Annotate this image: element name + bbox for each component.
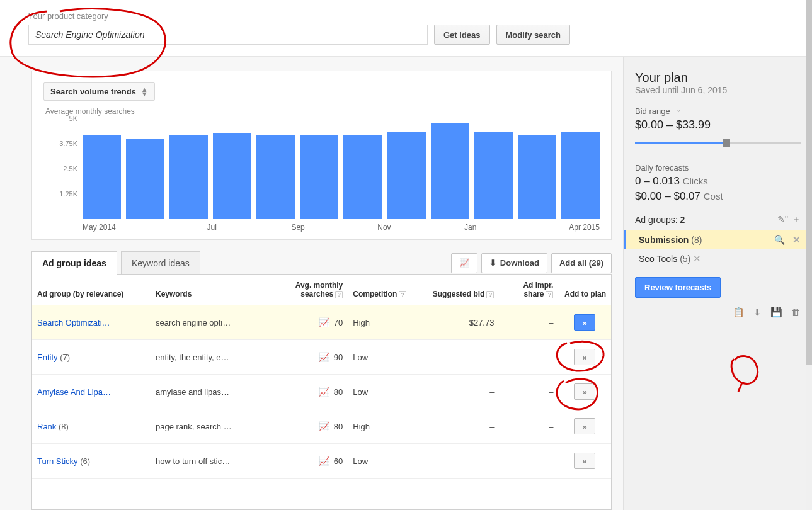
bid-range-label: Bid range? — [635, 106, 801, 116]
save-icon[interactable]: 💾 — [770, 307, 782, 318]
x-tick: Sep — [255, 223, 341, 232]
chart-bar[interactable] — [474, 132, 513, 219]
help-icon[interactable]: ? — [486, 291, 494, 298]
col-avg[interactable]: Avg. monthly searches? — [269, 275, 348, 305]
close-icon[interactable]: ✕ — [792, 234, 801, 246]
group-link[interactable]: Entity — [37, 353, 58, 362]
bid-cell: – — [420, 444, 499, 479]
keywords-cell: entity, the entity, e… — [151, 340, 269, 375]
col-group[interactable]: Ad group (by relevance) — [32, 275, 151, 305]
x-tick: Apr 2015 — [513, 223, 600, 232]
trash-icon[interactable]: 🗑 — [791, 307, 801, 318]
col-impr[interactable]: Ad impr. share? — [499, 275, 558, 305]
help-icon[interactable]: ? — [399, 291, 406, 298]
avg-cell: 📈 90 — [269, 340, 348, 375]
trend-selector[interactable]: Search volume trends ▲▼ — [43, 82, 155, 101]
chart-view-button[interactable]: 📈 — [451, 253, 477, 273]
impr-cell: – — [499, 375, 558, 409]
avg-cell: 📈 80 — [269, 409, 348, 444]
trend-icon[interactable]: 📈 — [319, 421, 329, 431]
review-forecasts-button[interactable]: Review forecasts — [635, 277, 721, 298]
trend-icon[interactable]: 📈 — [319, 387, 329, 397]
help-icon[interactable]: ? — [675, 108, 682, 115]
x-tick: Jan — [427, 223, 513, 232]
ad-groups-label: Ad groups: — [635, 215, 678, 225]
chart-bar[interactable] — [126, 139, 164, 219]
add-to-plan-button[interactable]: » — [574, 418, 595, 434]
table-row: Search Optimizati… search engine opti…📈 … — [32, 305, 611, 340]
close-icon[interactable]: ✕ — [693, 253, 701, 264]
x-tick: May 2014 — [83, 223, 169, 232]
chart-icon: 📈 — [459, 258, 469, 268]
sort-icon: ▲▼ — [141, 88, 148, 96]
add-to-plan-button[interactable]: » — [574, 314, 595, 331]
ad-group-item[interactable]: Submission (8)🔍✕ — [624, 230, 812, 249]
trend-selector-label: Search volume trends — [50, 87, 136, 96]
bid-range-value: $0.00 – $33.99 — [635, 118, 801, 132]
add-to-plan-button[interactable]: » — [574, 453, 595, 469]
comp-cell: Low — [348, 375, 420, 409]
keywords-cell: search engine opti… — [151, 305, 269, 340]
chart-bar[interactable] — [518, 135, 556, 219]
pencil-icon[interactable]: ✎" — [777, 214, 788, 225]
impr-cell: – — [499, 305, 558, 340]
add-to-plan-button[interactable]: » — [574, 349, 595, 365]
scroll-thumb[interactable] — [806, 0, 812, 365]
x-tick: Nov — [341, 223, 427, 232]
clipboard-icon[interactable]: 📋 — [733, 307, 745, 318]
chart-bar[interactable] — [300, 135, 338, 219]
trend-icon[interactable]: 📈 — [319, 456, 329, 466]
bar-chart: 5K3.75K2.5K1.25K — [43, 118, 600, 219]
table-row: Entity (7)entity, the entity, e…📈 90Low–… — [32, 340, 611, 375]
col-comp[interactable]: Competition? — [348, 275, 420, 305]
tab-ad-group-ideas[interactable]: Ad group ideas — [31, 251, 117, 275]
category-input[interactable] — [28, 25, 428, 45]
ideas-table: Ad group (by relevance) Keywords Avg. mo… — [32, 275, 611, 479]
plus-icon[interactable]: ＋ — [792, 214, 801, 225]
help-icon[interactable]: ? — [546, 291, 553, 298]
forecast-label: Daily forecasts — [635, 163, 801, 173]
add-to-plan-button[interactable]: » — [574, 383, 595, 400]
search-icon[interactable]: 🔍 — [774, 235, 785, 245]
trend-card: Search volume trends ▲▼ Average monthly … — [31, 71, 612, 240]
plan-title: Your plan — [635, 71, 801, 85]
chart-bar[interactable] — [169, 135, 208, 219]
get-ideas-button[interactable]: Get ideas — [434, 25, 490, 45]
chart-bar[interactable] — [213, 133, 251, 219]
add-all-button[interactable]: Add all (29) — [551, 253, 612, 273]
group-link[interactable]: Turn Sticky — [37, 456, 78, 466]
chart-bar[interactable] — [83, 135, 121, 219]
chart-bar[interactable] — [343, 135, 382, 219]
table-row: Amylase And Lipa… amylase and lipas…📈 80… — [32, 375, 611, 409]
modify-search-button[interactable]: Modify search — [496, 25, 570, 45]
col-keywords[interactable]: Keywords — [151, 275, 269, 305]
chart-bar[interactable] — [256, 135, 295, 219]
download-button[interactable]: ⬇Download — [481, 253, 547, 273]
col-add: Add to plan — [558, 275, 611, 305]
help-icon[interactable]: ? — [335, 291, 343, 298]
scrollbar[interactable] — [806, 0, 812, 510]
plan-saved: Saved until Jun 6, 2015 — [635, 85, 801, 95]
chart-bar[interactable] — [561, 132, 600, 219]
tab-keyword-ideas[interactable]: Keyword ideas — [121, 251, 200, 275]
keywords-cell: how to turn off stic… — [151, 444, 269, 479]
category-label: Your product category — [28, 11, 428, 21]
group-link[interactable]: Search Optimizati… — [37, 318, 110, 327]
group-link[interactable]: Amylase And Lipa… — [37, 387, 111, 397]
trend-icon[interactable]: 📈 — [319, 352, 329, 362]
comp-cell: High — [348, 409, 420, 444]
forecast-clicks: 0 – 0.013 Clicks — [635, 175, 801, 188]
col-bid[interactable]: Suggested bid? — [420, 275, 499, 305]
download-icon[interactable]: ⬇ — [753, 307, 762, 318]
ad-group-item[interactable]: Seo Tools (5)✕ — [624, 249, 812, 268]
bid-cell: – — [420, 375, 499, 409]
trend-icon[interactable]: 📈 — [319, 317, 329, 327]
impr-cell: – — [499, 340, 558, 375]
chart-bar[interactable] — [431, 123, 469, 219]
avg-cell: 📈 60 — [269, 444, 348, 479]
bid-slider[interactable] — [635, 137, 801, 149]
comp-cell: Low — [348, 340, 420, 375]
chart-bar[interactable] — [387, 132, 426, 219]
comp-cell: High — [348, 305, 420, 340]
group-link[interactable]: Rank — [37, 422, 56, 431]
